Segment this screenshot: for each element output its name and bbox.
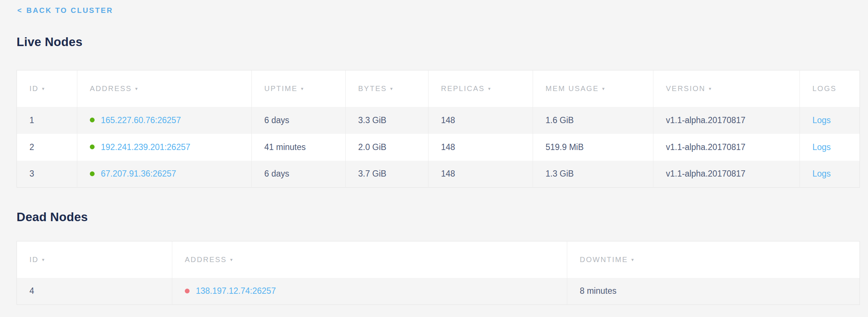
- cell-uptime: 6 days: [252, 107, 346, 134]
- cell-bytes: 3.3 GiB: [346, 107, 428, 134]
- column-header-logs: LOGS: [800, 70, 860, 107]
- sort-arrow-icon: ▾: [709, 86, 712, 91]
- live-status-dot: [90, 171, 95, 176]
- table-row: 4 138.197.12.74:26257 8 minutes: [17, 278, 860, 305]
- live-table-header: ID▾ ADDRESS▾ UPTIME▾ BYTES▾ REPLICAS▾ ME…: [17, 70, 860, 107]
- cell-id: 2: [17, 134, 77, 161]
- column-header-label: BYTES: [358, 84, 387, 93]
- cell-mem-usage: 1.6 GiB: [533, 107, 653, 134]
- column-header-label: MEM USAGE: [546, 84, 599, 93]
- cell-bytes: 3.7 GiB: [346, 161, 428, 188]
- logs-link[interactable]: Logs: [812, 169, 831, 178]
- cell-address: 165.227.60.76:26257: [77, 107, 252, 134]
- cell-uptime: 41 minutes: [252, 134, 346, 161]
- cell-downtime: 8 minutes: [567, 278, 860, 305]
- sort-arrow-icon: ▾: [230, 257, 233, 262]
- column-header-version[interactable]: VERSION▾: [653, 70, 800, 107]
- node-list-page: <BACK TO CLUSTER Live Nodes ID▾ ADDRESS▾…: [0, 0, 868, 305]
- sort-arrow-icon: ▾: [42, 86, 45, 91]
- column-header-bytes[interactable]: BYTES▾: [346, 70, 428, 107]
- cell-mem-usage: 1.3 GiB: [533, 161, 653, 188]
- node-address-link[interactable]: 138.197.12.74:26257: [196, 286, 276, 296]
- sort-arrow-icon: ▾: [135, 86, 138, 91]
- column-header-replicas[interactable]: REPLICAS▾: [428, 70, 533, 107]
- header-row: ID▾ ADDRESS▾ DOWNTIME▾: [17, 241, 860, 278]
- column-header-label: ID: [29, 255, 39, 264]
- logs-link[interactable]: Logs: [812, 142, 831, 152]
- back-link-label: BACK TO CLUSTER: [27, 6, 113, 14]
- node-address-link[interactable]: 192.241.239.201:26257: [101, 142, 190, 152]
- cell-bytes: 2.0 GiB: [346, 134, 428, 161]
- table-row: 3 67.207.91.36:26257 6 days 3.7 GiB 148 …: [17, 161, 860, 188]
- live-status-dot: [90, 118, 95, 122]
- cell-address: 192.241.239.201:26257: [77, 134, 252, 161]
- logs-link[interactable]: Logs: [812, 115, 831, 125]
- header-row: ID▾ ADDRESS▾ UPTIME▾ BYTES▾ REPLICAS▾ ME…: [17, 70, 860, 107]
- column-header-address[interactable]: ADDRESS▾: [172, 241, 567, 278]
- column-header-address[interactable]: ADDRESS▾: [77, 70, 252, 107]
- column-header-downtime[interactable]: DOWNTIME▾: [567, 241, 860, 278]
- sort-arrow-icon: ▾: [390, 86, 394, 91]
- column-header-label: LOGS: [812, 84, 837, 93]
- cell-replicas: 148: [428, 134, 533, 161]
- sort-arrow-icon: ▾: [488, 86, 491, 91]
- dead-nodes-table: ID▾ ADDRESS▾ DOWNTIME▾ 4 138.197.12.74:2…: [17, 241, 860, 305]
- cell-address: 67.207.91.36:26257: [77, 161, 252, 188]
- column-header-label: ID: [29, 84, 39, 93]
- cell-replicas: 148: [428, 107, 533, 134]
- live-status-dot: [90, 144, 95, 149]
- cell-id: 4: [17, 278, 172, 305]
- column-header-uptime[interactable]: UPTIME▾: [252, 70, 346, 107]
- cell-version: v1.1-alpha.20170817: [653, 134, 800, 161]
- node-address-link[interactable]: 165.227.60.76:26257: [101, 115, 181, 125]
- column-header-label: ADDRESS: [185, 255, 227, 264]
- sort-arrow-icon: ▾: [602, 86, 606, 91]
- column-header-label: DOWNTIME: [580, 255, 628, 264]
- live-nodes-title: Live Nodes: [17, 35, 860, 49]
- cell-logs: Logs: [800, 107, 860, 134]
- back-chevron-icon: <: [17, 6, 23, 14]
- cell-address: 138.197.12.74:26257: [172, 278, 567, 305]
- column-header-mem-usage[interactable]: MEM USAGE▾: [533, 70, 653, 107]
- table-row: 1 165.227.60.76:26257 6 days 3.3 GiB 148…: [17, 107, 860, 134]
- dead-status-dot: [185, 289, 190, 293]
- cell-logs: Logs: [800, 134, 860, 161]
- cell-logs: Logs: [800, 161, 860, 188]
- column-header-label: VERSION: [666, 84, 706, 93]
- back-to-cluster-link[interactable]: <BACK TO CLUSTER: [17, 6, 113, 15]
- sort-arrow-icon: ▾: [301, 86, 304, 91]
- column-header-label: REPLICAS: [441, 84, 485, 93]
- column-header-id[interactable]: ID▾: [17, 70, 77, 107]
- node-address-link[interactable]: 67.207.91.36:26257: [101, 169, 176, 178]
- cell-replicas: 148: [428, 161, 533, 188]
- live-nodes-table: ID▾ ADDRESS▾ UPTIME▾ BYTES▾ REPLICAS▾ ME…: [17, 70, 860, 188]
- sort-arrow-icon: ▾: [631, 257, 635, 262]
- cell-id: 3: [17, 161, 77, 188]
- column-header-label: UPTIME: [264, 84, 298, 93]
- column-header-id[interactable]: ID▾: [17, 241, 172, 278]
- sort-arrow-icon: ▾: [42, 257, 45, 262]
- cell-version: v1.1-alpha.20170817: [653, 161, 800, 188]
- cell-mem-usage: 519.9 MiB: [533, 134, 653, 161]
- cell-uptime: 6 days: [252, 161, 346, 188]
- column-header-label: ADDRESS: [90, 84, 132, 93]
- dead-nodes-title: Dead Nodes: [17, 210, 860, 224]
- cell-id: 1: [17, 107, 77, 134]
- cell-version: v1.1-alpha.20170817: [653, 107, 800, 134]
- table-row: 2 192.241.239.201:26257 41 minutes 2.0 G…: [17, 134, 860, 161]
- dead-table-header: ID▾ ADDRESS▾ DOWNTIME▾: [17, 241, 860, 278]
